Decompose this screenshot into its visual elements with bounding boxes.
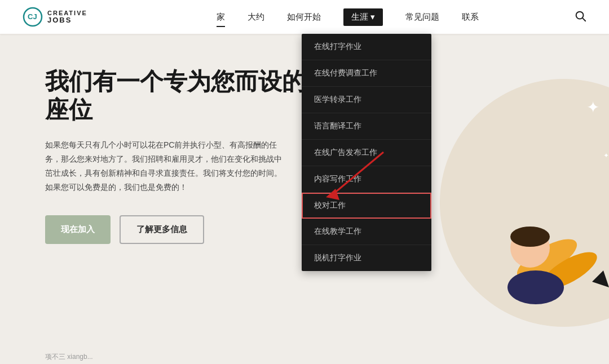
dropdown-item-advertising[interactable]: 在线广告发布工作	[302, 140, 431, 166]
dropdown-item-translation[interactable]: 语言翻译工作	[302, 113, 431, 140]
dropdown-item-offline-typing[interactable]: 脱机打字作业	[302, 245, 431, 271]
career-dropdown: 在线打字作业 在线付费调查工作 医学转录工作 语言翻译工作 在线广告发布工作 内…	[302, 34, 431, 271]
nav-item-contact[interactable]: 联系	[462, 10, 479, 25]
svg-text:✦: ✦	[603, 152, 609, 159]
dropdown-item-typing[interactable]: 在线打字作业	[302, 34, 431, 60]
logo-icon: CJ	[23, 7, 43, 27]
svg-text:✦: ✦	[586, 99, 599, 116]
hero-title: 我们有一个专为您而设的座位	[45, 68, 327, 125]
dropdown-item-teaching[interactable]: 在线教学工作	[302, 219, 431, 245]
nav-item-faq[interactable]: 常见问题	[405, 10, 439, 25]
dropdown-item-survey[interactable]: 在线付费调查工作	[302, 60, 431, 87]
chevron-down-icon: ▾	[370, 12, 375, 22]
svg-line-3	[582, 18, 585, 21]
dropdown-item-proofreading[interactable]: 校对工作	[302, 193, 431, 219]
join-now-button[interactable]: 现在加入	[45, 215, 111, 244]
illustration-svg: ✦ ✦ ✦	[417, 45, 609, 338]
logo[interactable]: CJ CREATIVE JOBS	[23, 7, 87, 27]
logo-jobs-label: JOBS	[47, 16, 87, 24]
logo-text: CREATIVE JOBS	[47, 10, 87, 24]
hero-illustration: ✦ ✦ ✦	[417, 45, 609, 338]
nav-item-career[interactable]: 生涯 ▾	[343, 8, 383, 26]
nav-item-how[interactable]: 如何开始	[287, 10, 321, 25]
nav-item-home[interactable]: 家	[217, 10, 225, 25]
search-icon	[574, 10, 586, 22]
svg-point-12	[508, 270, 564, 304]
dropdown-item-writing[interactable]: 内容写作工作	[302, 166, 431, 193]
navbar: CJ CREATIVE JOBS 家 大约 如何开始 生涯 ▾ 常见问题 联系	[0, 0, 609, 34]
search-button[interactable]	[574, 10, 586, 24]
watermark: 项不三 xiangb...	[45, 352, 93, 362]
nav-item-about[interactable]: 大约	[248, 10, 264, 25]
svg-text:CJ: CJ	[28, 12, 37, 21]
hero-description: 如果您每天只有几个小时可以花在PC前并执行小型、有高报酬的任务，那么您来对地方了…	[45, 138, 282, 195]
learn-more-button[interactable]: 了解更多信息	[120, 215, 204, 244]
nav-links: 家 大约 如何开始 生涯 ▾ 常见问题 联系	[121, 8, 574, 26]
svg-point-14	[510, 227, 550, 247]
dropdown-item-medical[interactable]: 医学转录工作	[302, 87, 431, 113]
